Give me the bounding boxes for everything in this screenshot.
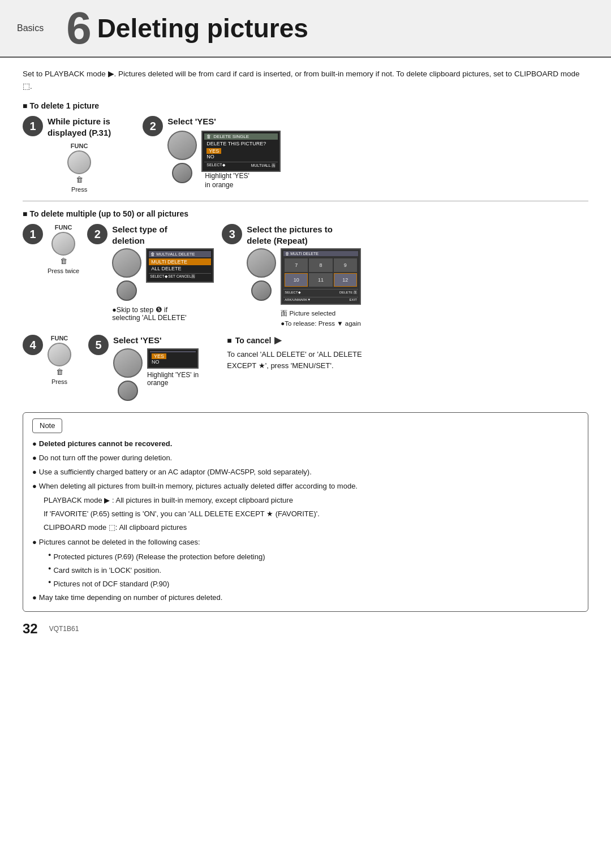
pg-cell-9: 9 — [334, 258, 357, 272]
func-button[interactable] — [67, 150, 91, 174]
pg-cell-7: 7 — [285, 258, 308, 272]
press-label1: Press — [71, 186, 87, 193]
yn-no: NO — [152, 359, 160, 365]
chapter-number: 6 — [66, 6, 92, 51]
model-number: VQT1B61 — [49, 625, 79, 633]
trash-icon-multi: 🗑 — [60, 257, 67, 265]
note-item-1: Deleted pictures cannot be recovered. — [32, 438, 579, 450]
note-item-3: Use a sufficiently charged battery or an… — [32, 466, 579, 478]
md-footer: SELECT◆ SET CANCEL面 — [149, 273, 211, 280]
note-item-4: When deleting all pictures from built-in… — [32, 480, 579, 493]
yn-body: YES NO — [150, 352, 196, 366]
multi-step1-func: FUNC 🗑 Press twice — [48, 224, 79, 274]
pg-footer2: ARK/UNMARK▼ EXIT — [283, 297, 358, 302]
note-sub-3: Pictures not of DCF standard (P.90) — [48, 578, 579, 590]
func-button-multi[interactable] — [51, 232, 75, 256]
step5-block: 5 Select 'YES' YES — [88, 335, 199, 401]
section2-steps-row: 1 FUNC 🗑 Press twice 2 Select type of de… — [23, 224, 588, 327]
section1-steps: 1 While picture is displayed (P.31) FUNC… — [23, 116, 588, 193]
trash-icon: 🗑 — [76, 175, 83, 184]
step3-nav-set[interactable] — [251, 280, 272, 301]
callout-yes: Highlight 'YES' in orange — [205, 172, 281, 189]
multi-step2-circle: 2 — [87, 224, 107, 244]
note-item-5: Pictures cannot be deleted in the follow… — [32, 536, 579, 549]
step4-func: FUNC 🗑 Press — [48, 335, 71, 385]
pg-cell-10: 10 — [285, 273, 308, 287]
step1-circle: 1 — [23, 116, 43, 136]
trash-icon-step4: 🗑 — [56, 368, 63, 376]
note-sub-1: Protected pictures (P.69) (Release the p… — [48, 551, 579, 563]
multi-step2-content: Select type of deletion 🗑 MULTI/ALL DELE… — [112, 224, 214, 322]
pg-cell-11: 11 — [309, 273, 332, 287]
note-item-6: May take time depending on number of pic… — [32, 591, 579, 604]
step2-content: Select 'YES' 🗑 DELETE SIN — [167, 116, 281, 189]
step3-nav-up[interactable] — [247, 248, 276, 278]
step1-block: 1 While picture is displayed (P.31) FUNC… — [23, 116, 111, 193]
step2-block: 2 Select 'YES' 🗑 — [143, 116, 281, 189]
step2-nav-cluster — [112, 248, 141, 301]
intro-paragraph: Set to PLAYBACK mode ▶. Pictures deleted… — [23, 68, 588, 92]
note-box: Note Deleted pictures cannot be recovere… — [23, 412, 588, 612]
bottom-steps-row: 4 FUNC 🗑 Press 5 Select 'YES' — [23, 335, 588, 401]
step2-nav-set[interactable] — [117, 280, 137, 301]
step5-inner: YES NO Highlight 'YES' in orange — [113, 348, 199, 401]
step1-content: While picture is displayed (P.31) FUNC 🗑… — [48, 116, 111, 193]
multi-step2: 2 Select type of deletion 🗑 — [87, 224, 214, 322]
picture-grid-screen: 🗑 MULTI DELETE 7 8 9 10 11 12 — [281, 248, 361, 305]
note-item-2: Do not turn off the power during deletio… — [32, 452, 579, 464]
multi-step3: 3 Select the pictures to delete (Repeat) — [222, 224, 361, 327]
md-multi-delete: MULTI DELETE — [149, 258, 211, 265]
pg-cell-12: 12 — [334, 273, 357, 287]
picture-grid: 7 8 9 10 11 12 — [283, 257, 358, 288]
multi-step3-screen-area: 🗑 MULTI DELETE 7 8 9 10 11 12 — [281, 248, 361, 327]
step1-label: While picture is displayed (P.31) — [48, 116, 111, 138]
note-clipboard-mode: CLIPBOARD mode ⬚: All clipboard pictures — [44, 521, 579, 534]
step2-nav — [167, 131, 197, 183]
page-footer: 32 VQT1B61 — [0, 612, 611, 642]
nav-set[interactable] — [172, 163, 192, 183]
multi-step3-label: Select the pictures to delete (Repeat) — [247, 224, 361, 246]
note-sub-2: Card switch is in 'LOCK' position. — [48, 564, 579, 577]
note-playback-mode: PLAYBACK mode ▶ : All pictures in built-… — [44, 494, 579, 507]
yes-option: YES — [206, 148, 221, 154]
header-basics: Basics — [17, 23, 55, 33]
step5-nav-up[interactable] — [113, 348, 143, 378]
step5-content: Select 'YES' YES NO — [113, 335, 199, 401]
cancel-text: To cancel 'ALL DELETE' or 'ALL DELETE EX… — [227, 349, 374, 371]
step2-label: Select 'YES' — [167, 116, 281, 127]
pg-header: 🗑 MULTI DELETE — [283, 251, 358, 256]
nav-up[interactable] — [167, 131, 197, 160]
cancel-heading: ■ To cancel ▶ — [227, 335, 374, 346]
step5-circle: 5 — [88, 335, 109, 355]
md-all-delete: ALL DELETE — [149, 265, 211, 272]
step5-screen-area: YES NO Highlight 'YES' in orange — [147, 348, 199, 387]
multi-step3-circle: 3 — [222, 224, 242, 244]
multi-step3-content: Select the pictures to delete (Repeat) 🗑 — [247, 224, 361, 327]
step2-screen: 🗑 DELETE SINGLE DELETE THIS PICTURE? YES… — [201, 131, 281, 189]
step2-circle: 2 — [143, 116, 163, 136]
step4-press-label: Press — [51, 378, 67, 385]
delete-single-screen: 🗑 DELETE SINGLE DELETE THIS PICTURE? YES… — [201, 131, 281, 172]
release-label: ●To release: Press ▼ again — [281, 320, 361, 327]
chapter-title: Deleting pictures — [97, 13, 308, 44]
yn-yes: YES — [152, 353, 166, 359]
step5-nav-set[interactable] — [118, 381, 138, 401]
func-label: FUNC — [71, 142, 88, 149]
right-arrow-icon: ▶ — [274, 335, 281, 346]
step2-nav-up[interactable] — [112, 248, 141, 278]
step4-block: 4 FUNC 🗑 Press — [23, 335, 71, 385]
step5-label: Select 'YES' — [113, 335, 199, 346]
divider1 — [23, 201, 588, 201]
page-number: 32 — [23, 621, 38, 637]
press-twice-label: Press twice — [48, 267, 79, 274]
multi-step1-circle: 1 — [23, 224, 43, 244]
func-button-step4[interactable] — [48, 343, 71, 366]
step5-highlight-note: Highlight 'YES' in orange — [147, 371, 199, 387]
pg-footer: SELECT◆ DELETE 面 — [283, 289, 358, 296]
yes-no-screen: YES NO — [147, 348, 199, 369]
section1-heading: To delete 1 picture — [23, 101, 588, 110]
page-header: Basics 6 Deleting pictures — [0, 0, 611, 58]
multi-step3-inner: 🗑 MULTI DELETE 7 8 9 10 11 12 — [247, 248, 361, 327]
screen-footer: SELECT◆ MULTI/ALL 面 — [204, 162, 278, 169]
screen-body: DELETE THIS PICTURE? YES NO — [204, 140, 278, 161]
